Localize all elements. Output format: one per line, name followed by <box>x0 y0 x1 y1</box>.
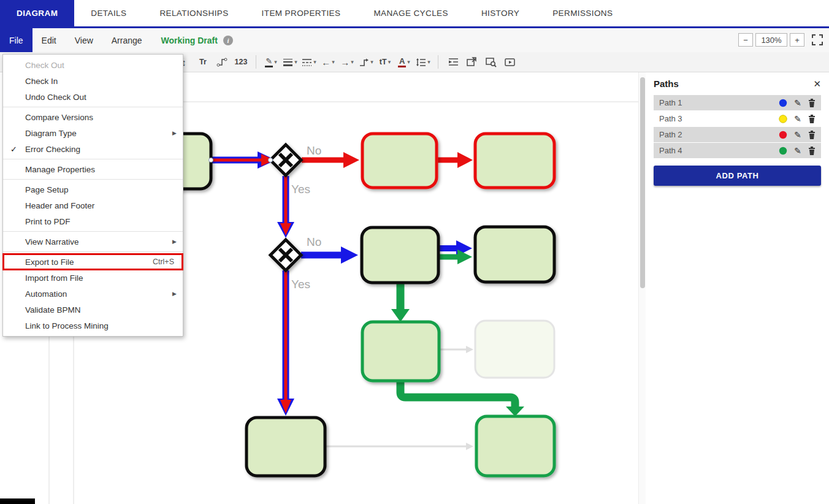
numbering-icon[interactable]: 123 <box>234 54 248 70</box>
menu-item-undo-check-out[interactable]: Undo Check Out <box>3 89 183 105</box>
node-d[interactable] <box>362 227 438 283</box>
edit-path-icon[interactable]: ✎ <box>794 130 801 140</box>
menu-item-automation[interactable]: Automation▶ <box>3 286 183 302</box>
node-e[interactable] <box>475 227 554 282</box>
zoom-out-button[interactable]: − <box>738 33 753 47</box>
connector-icon[interactable] <box>215 54 229 70</box>
tab-history[interactable]: HISTORY <box>465 0 536 26</box>
menu-item-compare-versions[interactable]: Compare Versions <box>3 109 183 125</box>
arrow-end-style-icon[interactable]: →▾ <box>340 54 354 70</box>
font-size-icon[interactable]: tT▾ <box>378 54 392 70</box>
menu-edit[interactable]: Edit <box>32 28 66 52</box>
add-path-button[interactable]: ADD PATH <box>654 166 821 186</box>
arrow-start-style-icon[interactable]: ←▾ <box>321 54 335 70</box>
arrow-gateway2-to-node-d-blue[interactable] <box>301 246 358 264</box>
path-color-dot[interactable] <box>779 115 787 123</box>
paths-panel-title: Paths <box>654 78 679 89</box>
menu-item-page-setup[interactable]: Page Setup <box>3 181 183 197</box>
label-gateway2-no[interactable]: No <box>307 235 321 248</box>
menu-separator <box>3 231 183 232</box>
arrow-start-to-gateway1-red[interactable] <box>211 154 275 166</box>
stroke-color-icon[interactable]: ✎ ▾ <box>264 54 278 70</box>
path-color-dot[interactable] <box>779 131 787 139</box>
path-row-3[interactable]: Path 3 ✎ <box>654 111 821 126</box>
menu-arrange[interactable]: Arrange <box>102 28 151 52</box>
path-row-2[interactable]: Path 2 ✎ <box>654 127 821 142</box>
menu-item-print-to-pdf[interactable]: Print to PDF <box>3 213 183 229</box>
node-b[interactable] <box>362 134 437 188</box>
export-image-icon[interactable] <box>465 54 479 70</box>
vertical-scrollbar[interactable] <box>638 72 646 504</box>
arrow-gateway2-to-node-f-red[interactable] <box>280 270 291 413</box>
menu-item-link-to-process-mining[interactable]: Link to Process Mining <box>3 318 183 334</box>
tab-relationships[interactable]: RELATIONSHIPS <box>143 0 245 26</box>
label-gateway2-yes[interactable]: Yes <box>291 278 310 291</box>
indent-icon[interactable] <box>446 54 460 70</box>
fullscreen-icon[interactable] <box>812 34 823 45</box>
menu-item-manage-properties[interactable]: Manage Properties <box>3 161 183 177</box>
menu-item-import-from-file[interactable]: Import from File <box>3 270 183 286</box>
node-g[interactable] <box>362 322 439 381</box>
tab-details[interactable]: DETAILS <box>74 0 143 26</box>
menu-item-header-and-footer[interactable]: Header and Footer <box>3 197 183 213</box>
arrow-node-d-to-node-e-green[interactable] <box>437 250 472 264</box>
menu-item-export-to-file[interactable]: Export to FileCtrl+S <box>3 254 183 270</box>
arrow-gateway1-to-gateway2-red[interactable] <box>280 176 291 235</box>
path-color-dot[interactable] <box>779 99 787 107</box>
label-gateway1-yes[interactable]: Yes <box>291 183 310 196</box>
connection-handle[interactable] <box>209 158 213 162</box>
close-icon[interactable]: ✕ <box>813 78 821 90</box>
delete-path-icon[interactable] <box>808 99 816 107</box>
node-f[interactable] <box>246 418 325 476</box>
arrow-node-g-to-node-i-green[interactable] <box>400 381 524 416</box>
arrow-node-f-to-node-i-gray[interactable] <box>326 443 473 450</box>
line-spacing-icon[interactable]: ▾ <box>416 54 430 70</box>
tab-item-properties[interactable]: ITEM PROPERTIES <box>245 0 357 26</box>
arrow-node-b-to-node-c-red[interactable] <box>438 152 473 168</box>
menu-item-error-checking[interactable]: ✓Error Checking <box>3 141 183 157</box>
connector-type-icon[interactable]: ▾ <box>359 54 373 70</box>
node-i[interactable] <box>476 416 554 476</box>
font-color-icon[interactable]: A ▾ <box>397 54 411 70</box>
arrow-node-g-to-node-h-gray[interactable] <box>440 346 473 353</box>
line-weight-icon[interactable]: ▾ <box>283 54 297 70</box>
node-h-faded[interactable] <box>475 321 554 378</box>
zoom-in-button[interactable]: + <box>790 33 804 47</box>
path-row-1[interactable]: Path 1 ✎ <box>654 95 821 110</box>
top-tab-bar: DIAGRAM DETAILS RELATIONSHIPS ITEM PROPE… <box>0 0 829 28</box>
edit-path-icon[interactable]: ✎ <box>794 114 801 124</box>
toolbar-separator <box>256 55 256 69</box>
connection-handle[interactable] <box>269 158 273 162</box>
label-gateway1-no[interactable]: No <box>307 144 321 157</box>
menu-file[interactable]: File <box>0 28 32 52</box>
delete-path-icon[interactable] <box>808 115 816 123</box>
menu-item-check-in[interactable]: Check In <box>3 73 183 89</box>
node-c[interactable] <box>475 134 554 188</box>
info-icon[interactable]: i <box>223 36 233 45</box>
scrollbar-thumb[interactable] <box>640 77 645 288</box>
path-row-4[interactable]: Path 4 ✎ <box>654 143 821 158</box>
menu-view[interactable]: View <box>66 28 102 52</box>
play-video-icon[interactable] <box>503 54 518 70</box>
menu-item-diagram-type[interactable]: Diagram Type▶ <box>3 125 183 141</box>
delete-path-icon[interactable] <box>808 147 816 155</box>
path-color-dot[interactable] <box>779 147 787 155</box>
gateway-1[interactable] <box>270 145 301 175</box>
edit-path-icon[interactable]: ✎ <box>794 146 801 156</box>
menu-item-validate-bpmn[interactable]: Validate BPMN <box>3 302 183 318</box>
arrow-node-d-to-node-e-blue[interactable] <box>439 240 472 256</box>
partial-shape[interactable] <box>0 498 35 504</box>
text-style-icon[interactable]: Tr <box>196 54 210 70</box>
find-image-icon[interactable] <box>484 54 499 70</box>
edit-path-icon[interactable]: ✎ <box>794 98 801 108</box>
tab-manage-cycles[interactable]: MANAGE CYCLES <box>357 0 464 26</box>
tab-diagram[interactable]: DIAGRAM <box>0 0 74 26</box>
connector-glyph <box>216 57 227 67</box>
menu-item-view-narrative[interactable]: View Narrative▶ <box>3 234 183 250</box>
delete-path-icon[interactable] <box>808 131 816 139</box>
arrow-node-d-to-node-g-green[interactable] <box>391 283 410 322</box>
line-style-icon[interactable]: ▾ <box>302 54 316 70</box>
tab-permissions[interactable]: PERMISSIONS <box>536 0 629 26</box>
gateway-2[interactable] <box>270 240 301 270</box>
working-draft-status: Working Draft i <box>161 28 233 52</box>
